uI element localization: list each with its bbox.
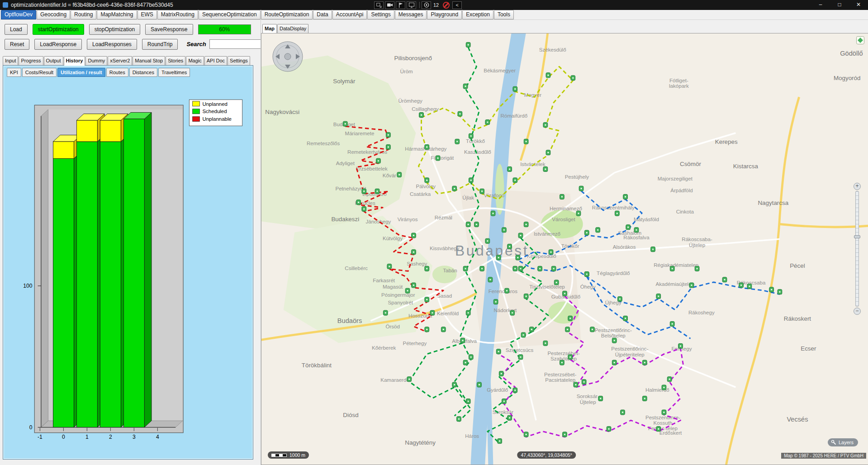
tab-manual-stop[interactable]: Manual Stop: [133, 56, 165, 65]
map-tab-map[interactable]: Map: [262, 24, 277, 33]
stop-marker-icon[interactable]: [615, 211, 619, 216]
stop-marker-icon[interactable]: [778, 289, 782, 294]
stop-marker-icon[interactable]: [386, 145, 391, 150]
stop-marker-icon[interactable]: [376, 158, 381, 163]
stop-marker-icon[interactable]: [651, 247, 655, 252]
stop-marker-icon[interactable]: [425, 266, 429, 271]
stop-marker-icon[interactable]: [565, 327, 570, 332]
stop-marker-icon[interactable]: [466, 222, 470, 227]
stop-marker-icon[interactable]: [538, 266, 542, 271]
stop-marker-icon[interactable]: [405, 288, 410, 293]
stop-marker-icon[interactable]: [508, 415, 512, 420]
stop-marker-icon[interactable]: [387, 264, 392, 269]
stop-marker-icon[interactable]: [430, 310, 435, 315]
stop-marker-icon[interactable]: [463, 266, 468, 271]
stop-marker-icon[interactable]: [722, 277, 727, 282]
screenshot-icon[interactable]: [374, 1, 384, 9]
tab-progress[interactable]: Progress: [19, 56, 43, 65]
stop-marker-icon[interactable]: [513, 86, 517, 91]
stop-marker-icon[interactable]: [543, 123, 548, 128]
menu-tab-messages[interactable]: Messages: [395, 10, 427, 19]
menu-tab-data[interactable]: Data: [313, 10, 332, 19]
subtab-utilization-result[interactable]: Utilization / result: [57, 68, 105, 77]
tab-xserver2[interactable]: xServer2: [108, 56, 132, 65]
camera-icon[interactable]: [385, 1, 394, 9]
stop-marker-icon[interactable]: [383, 310, 388, 315]
stop-marker-icon[interactable]: [623, 316, 628, 321]
stop-marker-icon[interactable]: [469, 178, 473, 183]
no-entry-icon[interactable]: [443, 2, 450, 9]
load-responses-button[interactable]: LoadResponses: [87, 39, 137, 50]
stop-marker-icon[interactable]: [412, 233, 416, 238]
stop-marker-icon[interactable]: [386, 133, 391, 138]
start-optimization-button[interactable]: startOptimization: [33, 24, 84, 35]
stop-marker-icon[interactable]: [621, 410, 625, 415]
stop-marker-icon[interactable]: [458, 111, 462, 116]
stop-marker-icon[interactable]: [546, 150, 550, 155]
save-response-button[interactable]: SaveResponse: [145, 24, 193, 35]
menu-tab-accountapi[interactable]: AccountApi: [332, 10, 367, 19]
stop-marker-icon[interactable]: [513, 388, 517, 393]
map-pan-control[interactable]: [271, 40, 304, 73]
stop-marker-icon[interactable]: [343, 121, 347, 126]
stop-marker-icon[interactable]: [469, 133, 473, 138]
stop-marker-icon[interactable]: [584, 230, 589, 235]
stop-marker-icon[interactable]: [598, 396, 603, 401]
map-tab-datadisplay[interactable]: DataDisplay: [277, 24, 308, 33]
minimize-button[interactable]: –: [811, 0, 830, 10]
flag-icon[interactable]: [396, 1, 405, 9]
stop-marker-icon[interactable]: [568, 355, 573, 360]
map-canvas[interactable]: PilisborosjenőÜrömSolymárBékásmegyerSzék…: [261, 33, 868, 465]
stop-marker-icon[interactable]: [662, 385, 666, 390]
menu-tab-geocoding[interactable]: Geocoding: [37, 10, 70, 19]
stop-marker-icon[interactable]: [524, 294, 528, 299]
stop-marker-icon[interactable]: [513, 178, 517, 183]
stop-marker-icon[interactable]: [529, 327, 534, 332]
stop-marker-icon[interactable]: [460, 338, 465, 343]
menu-tab-matrixrouting[interactable]: MatrixRouting: [157, 10, 198, 19]
stop-optimization-button[interactable]: stopOptimization: [89, 24, 140, 35]
stop-marker-icon[interactable]: [496, 255, 501, 260]
stop-marker-icon[interactable]: [626, 225, 631, 230]
maximize-button[interactable]: □: [830, 0, 849, 10]
stop-marker-icon[interactable]: [513, 266, 517, 271]
map-mode-icon[interactable]: [856, 36, 864, 44]
stop-marker-icon[interactable]: [412, 250, 416, 255]
stop-marker-icon[interactable]: [455, 139, 460, 144]
stop-marker-icon[interactable]: [505, 288, 509, 293]
stop-marker-icon[interactable]: [747, 284, 752, 289]
tab-api-doc[interactable]: API Doc: [204, 56, 227, 65]
stop-marker-icon[interactable]: [769, 287, 774, 292]
stop-marker-icon[interactable]: [670, 266, 674, 271]
stop-marker-icon[interactable]: [480, 189, 484, 194]
stop-marker-icon[interactable]: [436, 156, 440, 161]
stop-marker-icon[interactable]: [524, 222, 528, 227]
stop-marker-icon[interactable]: [491, 211, 495, 216]
stop-marker-icon[interactable]: [452, 186, 457, 191]
stop-marker-icon[interactable]: [596, 228, 600, 232]
stop-marker-icon[interactable]: [546, 73, 550, 78]
stop-marker-icon[interactable]: [510, 310, 515, 315]
panel-splitter[interactable]: [256, 20, 261, 465]
stop-marker-icon[interactable]: [551, 266, 556, 271]
map-viewport[interactable]: PilisborosjenőÜrömSolymárBékásmegyerSzék…: [261, 33, 868, 465]
tab-history[interactable]: History: [64, 56, 85, 66]
stop-marker-icon[interactable]: [496, 349, 501, 354]
stop-marker-icon[interactable]: [554, 280, 559, 285]
zoom-slider[interactable]: [855, 191, 859, 307]
stop-marker-icon[interactable]: [516, 255, 520, 260]
load-button[interactable]: Load: [5, 24, 28, 35]
stop-marker-icon[interactable]: [469, 355, 473, 360]
stop-marker-icon[interactable]: [480, 266, 484, 271]
menu-tab-playground[interactable]: Playground: [427, 10, 462, 19]
stop-marker-icon[interactable]: [582, 380, 586, 384]
stop-marker-icon[interactable]: [607, 427, 611, 432]
stop-marker-icon[interactable]: [678, 343, 683, 348]
stop-marker-icon[interactable]: [425, 145, 429, 150]
load-response-button[interactable]: LoadResponse: [34, 39, 82, 50]
layers-button[interactable]: Layers: [828, 438, 858, 446]
stop-marker-icon[interactable]: [563, 432, 567, 437]
stop-marker-icon[interactable]: [656, 427, 661, 432]
menu-tab-sequenceoptimization[interactable]: SequenceOptimization: [199, 10, 261, 19]
stop-marker-icon[interactable]: [689, 283, 694, 288]
